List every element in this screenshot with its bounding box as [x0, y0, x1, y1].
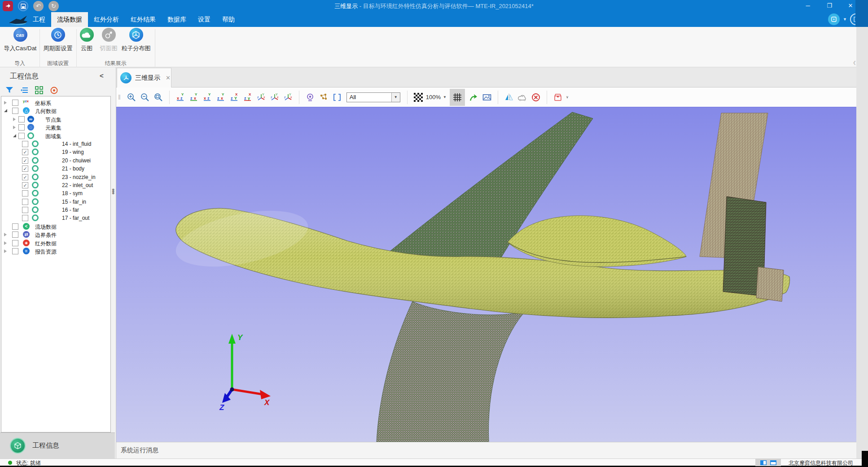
expander-icon[interactable] — [4, 249, 7, 253]
ribbon-collapse-icon[interactable]: 《 — [850, 60, 855, 66]
toolbar-handle[interactable]: ‖ — [118, 94, 121, 101]
tree-checkbox[interactable]: ✓ — [22, 166, 28, 172]
expander-icon[interactable] — [13, 134, 16, 137]
tree-checkbox[interactable] — [22, 199, 28, 205]
tab-3d-view[interactable]: 三维显示 ✕ — [117, 68, 171, 87]
tree-checkbox[interactable] — [22, 190, 28, 196]
tree-item--[interactable]: ∞节点集 — [1, 115, 110, 123]
tree-item--[interactable]: ◌元素集 — [1, 123, 110, 131]
region-combobox[interactable]: All▼ — [346, 92, 400, 102]
tree-item-17---far_out[interactable]: 17 - far_out — [1, 214, 110, 222]
tree-checkbox[interactable] — [22, 141, 28, 147]
view-7-icon[interactable]: Yxz — [256, 92, 267, 102]
zoom-in-icon[interactable] — [126, 92, 137, 102]
tree-checkbox[interactable] — [22, 207, 28, 213]
tree-item--[interactable]: ∗红外数据 — [1, 239, 110, 247]
tree-item-14---int_fluid[interactable]: 14 - int_fluid — [1, 140, 110, 148]
tree-checkbox[interactable]: ✓ — [22, 174, 28, 180]
menu-item-5[interactable]: 设置 — [192, 12, 216, 27]
savebox-caret-icon[interactable]: ∨ — [566, 95, 569, 99]
tab-close-icon[interactable]: ✕ — [166, 74, 171, 81]
zoom-level-label[interactable]: 100% — [426, 94, 441, 100]
view-6-icon[interactable]: zyX — [242, 92, 253, 102]
cloud-icon[interactable] — [517, 92, 528, 102]
locate-icon[interactable] — [49, 85, 59, 95]
tree-checkbox[interactable]: ✓ — [22, 157, 28, 164]
expander-icon[interactable] — [13, 118, 16, 121]
grid-view-icon[interactable] — [34, 85, 44, 95]
ribbon-button-0[interactable]: cas导入Cas/Dat — [0, 28, 40, 52]
tree-checkbox[interactable] — [12, 108, 18, 114]
expander-icon[interactable] — [4, 101, 7, 105]
tree-checkbox[interactable] — [18, 116, 25, 122]
expander-icon[interactable] — [4, 109, 7, 112]
filter-icon[interactable] — [4, 85, 14, 95]
expander-icon[interactable] — [4, 241, 7, 245]
delete-icon[interactable] — [530, 92, 541, 102]
tree-item--[interactable]: <流场数据 — [1, 223, 110, 231]
tree-item--[interactable]: ≡报告资源 — [1, 247, 110, 255]
combobox-arrow-icon[interactable]: ▼ — [391, 93, 400, 102]
camera-icon[interactable] — [305, 92, 316, 102]
view-3-icon[interactable]: xzY — [202, 92, 213, 102]
view-8-icon[interactable]: Yxz — [269, 92, 280, 102]
tree-item--[interactable]: △几何数据 — [1, 107, 110, 115]
expander-icon[interactable] — [4, 233, 7, 236]
zoom-level-caret-icon[interactable]: ▼ — [443, 95, 447, 99]
zoom-fit-icon[interactable] — [153, 92, 164, 102]
tree-checkbox[interactable]: ✓ — [22, 182, 28, 188]
panel-footer-tab[interactable]: 工程信息 — [32, 441, 59, 450]
view-9-icon[interactable]: Yxz — [283, 92, 294, 102]
clip-icon[interactable] — [332, 92, 342, 102]
snapshot-icon[interactable] — [482, 92, 492, 102]
menu-item-0[interactable]: 工程 — [27, 12, 51, 27]
ribbon-button-4[interactable]: 粒子分布图 — [116, 28, 156, 52]
tree-item-20---chuiwei[interactable]: ✓20 - chuiwei — [1, 157, 110, 165]
dither-icon[interactable] — [413, 92, 424, 102]
menu-item-2[interactable]: 红外分析 — [88, 12, 125, 27]
menu-item-6[interactable]: 帮助 — [216, 12, 241, 27]
tree-checkbox[interactable]: ✓ — [22, 149, 28, 155]
tree-item-21---body[interactable]: ✓21 - body — [1, 165, 110, 173]
view-2-icon[interactable]: zxY — [189, 92, 199, 102]
grid-toggle-button[interactable] — [450, 89, 465, 106]
tree-item-22---inlet_out[interactable]: ✓22 - inlet_out — [1, 181, 110, 189]
tree-checkbox[interactable] — [22, 215, 28, 221]
minimize-button[interactable]: ─ — [798, 0, 818, 12]
tree-checkbox[interactable] — [18, 133, 25, 139]
expander-icon[interactable] — [13, 126, 16, 129]
tree-item-18---sym[interactable]: 18 - sym — [1, 189, 110, 197]
tree-checkbox[interactable] — [12, 240, 18, 246]
particles-icon[interactable] — [318, 92, 329, 102]
menu-item-4[interactable]: 数据库 — [162, 12, 192, 27]
export-icon[interactable] — [468, 92, 479, 102]
mirror-icon[interactable] — [504, 92, 514, 102]
savebox-icon[interactable] — [552, 92, 563, 102]
panel-collapse-button[interactable]: < — [100, 72, 104, 79]
menu-item-1[interactable]: 流场数据 — [51, 12, 88, 27]
run-panel-button[interactable] — [828, 13, 840, 25]
tree-item--[interactable]: ⇄边界条件 — [1, 231, 110, 239]
menu-caret-icon[interactable]: ▼ — [843, 17, 847, 22]
layout-bottom-icon[interactable] — [770, 460, 776, 465]
project-cube-icon[interactable] — [11, 439, 25, 453]
menu-item-3[interactable]: 红外结果 — [125, 12, 162, 27]
tree-item-15---far_in[interactable]: 15 - far_in — [1, 198, 110, 206]
tree-checkbox[interactable] — [12, 100, 18, 106]
render-canvas[interactable]: Y X Z — [116, 107, 857, 442]
tree-checkbox[interactable] — [18, 124, 25, 131]
tree-item-19---wing[interactable]: ✓19 - wing — [1, 148, 110, 156]
tree-item--[interactable]: 面域集 — [1, 132, 110, 140]
tree-checkbox[interactable] — [12, 223, 18, 230]
tree-item--[interactable]: yzx坐标系 — [1, 99, 110, 107]
view-1-icon[interactable]: xzY — [175, 92, 186, 102]
tree-item-23---nozzle_in[interactable]: ✓23 - nozzle_in — [1, 173, 110, 181]
view-5-icon[interactable]: zYX — [229, 92, 240, 102]
outline-list-icon[interactable] — [19, 85, 29, 95]
panel-splitter[interactable]: ●●● — [112, 188, 114, 194]
tree-item-16---far[interactable]: 16 - far — [1, 206, 110, 214]
maximize-button[interactable]: ❐ — [819, 0, 840, 12]
tree-checkbox[interactable] — [12, 248, 18, 254]
tree-checkbox[interactable] — [12, 231, 18, 238]
view-4-icon[interactable]: zxY — [215, 92, 226, 102]
